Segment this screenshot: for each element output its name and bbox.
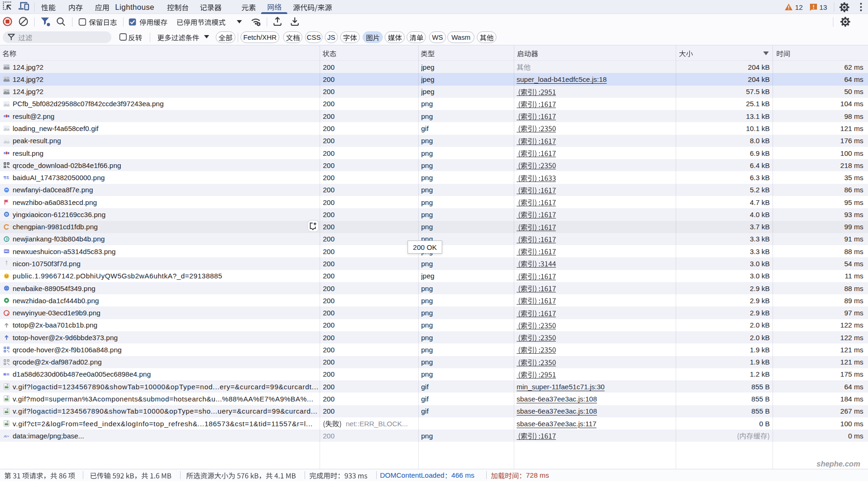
svg-text:Ai+: Ai+: [3, 434, 9, 438]
